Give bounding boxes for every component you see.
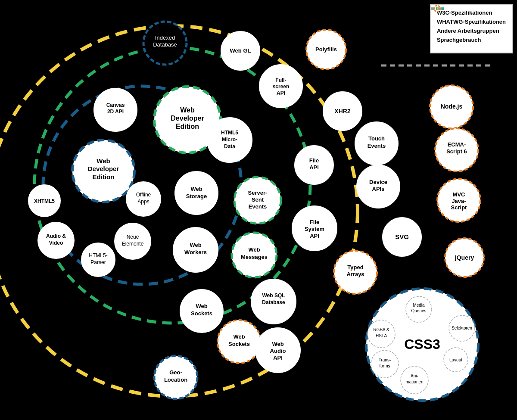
svg-text:API: API xyxy=(277,90,285,96)
svg-text:Parser: Parser xyxy=(90,259,106,265)
svg-text:API: API xyxy=(309,164,319,171)
svg-text:Events: Events xyxy=(368,143,386,149)
svg-text:Arrays: Arrays xyxy=(346,271,364,277)
legend: W3C-Spezifikationen WHATWG-Spezifikation… xyxy=(430,4,513,53)
svg-text:Offline: Offline xyxy=(136,192,151,198)
svg-text:Data: Data xyxy=(224,143,235,149)
svg-text:Canvas: Canvas xyxy=(106,102,125,108)
svg-text:Sockets: Sockets xyxy=(228,341,250,347)
svg-text:APIs: APIs xyxy=(372,186,385,192)
svg-text:Web: Web xyxy=(180,106,195,114)
svg-text:Database: Database xyxy=(262,299,285,305)
svg-text:Storage: Storage xyxy=(186,193,207,199)
svg-text:RGBA &: RGBA & xyxy=(373,327,389,332)
svg-text:Edition: Edition xyxy=(176,123,199,130)
svg-text:Micro-: Micro- xyxy=(222,137,237,143)
svg-text:Audio &: Audio & xyxy=(46,233,66,239)
svg-text:Web: Web xyxy=(196,303,207,309)
svg-text:Apps: Apps xyxy=(137,199,149,205)
svg-text:mationen: mationen xyxy=(405,380,423,384)
svg-text:File: File xyxy=(310,219,319,225)
svg-text:SVG: SVG xyxy=(395,233,409,240)
svg-text:Typed: Typed xyxy=(347,264,363,271)
svg-text:Web: Web xyxy=(190,186,202,192)
svg-text:Audio: Audio xyxy=(270,348,286,354)
svg-text:Web: Web xyxy=(272,341,283,347)
svg-text:Sockets: Sockets xyxy=(191,310,212,317)
svg-text:HTML5: HTML5 xyxy=(221,130,238,136)
svg-text:Geo-: Geo- xyxy=(169,369,182,376)
svg-text:System: System xyxy=(305,226,324,232)
svg-text:Database: Database xyxy=(153,41,177,48)
svg-text:forms: forms xyxy=(380,364,390,368)
svg-text:Web: Web xyxy=(190,242,201,248)
svg-text:HSLA: HSLA xyxy=(376,333,387,338)
svg-text:Full-: Full- xyxy=(275,77,286,83)
svg-text:Ani-: Ani- xyxy=(411,373,418,378)
svg-text:File: File xyxy=(309,157,319,164)
svg-text:API: API xyxy=(310,233,319,239)
svg-text:XHR2: XHR2 xyxy=(334,108,351,115)
svg-text:Trans-: Trans- xyxy=(379,358,391,362)
svg-text:Developer: Developer xyxy=(88,165,119,172)
svg-text:HTML5-: HTML5- xyxy=(89,252,107,258)
svg-text:Developer: Developer xyxy=(171,115,204,122)
svg-text:screen: screen xyxy=(273,84,290,90)
svg-text:Neue: Neue xyxy=(127,234,139,240)
svg-text:Web SQL: Web SQL xyxy=(262,292,285,299)
svg-text:Web: Web xyxy=(97,157,110,165)
svg-text:Device: Device xyxy=(369,179,387,185)
svg-text:Media: Media xyxy=(413,303,425,308)
svg-text:XHTML5: XHTML5 xyxy=(34,198,55,204)
svg-text:Video: Video xyxy=(49,240,63,246)
svg-text:Location: Location xyxy=(164,376,187,383)
svg-text:Elemente: Elemente xyxy=(122,241,144,247)
svg-text:2D API: 2D API xyxy=(107,109,124,115)
svg-text:Indexed: Indexed xyxy=(155,34,175,41)
svg-text:API: API xyxy=(273,355,283,361)
svg-text:Sent: Sent xyxy=(252,196,264,203)
svg-text:Server-: Server- xyxy=(248,190,268,196)
svg-text:Events: Events xyxy=(249,203,267,210)
svg-text:Polyfills: Polyfills xyxy=(315,46,337,53)
svg-text:Web GL: Web GL xyxy=(230,47,251,54)
svg-text:Workers: Workers xyxy=(184,249,207,255)
svg-text:Touch: Touch xyxy=(368,135,385,142)
svg-text:Web: Web xyxy=(248,246,260,253)
svg-text:Edition: Edition xyxy=(93,173,115,180)
svg-text:Web: Web xyxy=(233,333,245,340)
svg-text:Queries: Queries xyxy=(411,308,426,313)
svg-text:Messages: Messages xyxy=(241,254,268,260)
